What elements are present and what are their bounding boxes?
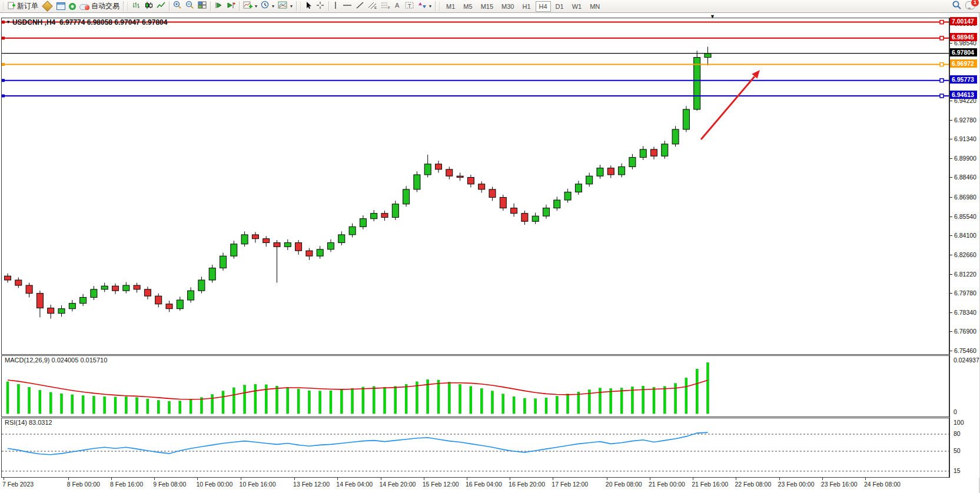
periods-icon xyxy=(261,1,270,12)
timeframe-mn[interactable]: MN xyxy=(586,1,603,12)
text-label-button[interactable]: T xyxy=(403,1,416,12)
toolbar-grip[interactable] xyxy=(2,2,5,11)
zoom-in-button[interactable] xyxy=(171,1,184,12)
notifications-button[interactable]: 1 xyxy=(965,1,975,12)
timeframe-m5[interactable]: M5 xyxy=(460,1,476,12)
toolbar-grip[interactable] xyxy=(438,2,441,11)
chart-shift-marker-icon[interactable]: ▼ xyxy=(710,14,715,19)
new-order-icon xyxy=(8,1,15,12)
current-price-label: 6.97804 xyxy=(950,48,977,56)
fibonacci-icon: F xyxy=(381,1,390,12)
price-tick xyxy=(950,197,952,198)
price-chart-panel[interactable] xyxy=(1,18,949,355)
data-window-button[interactable] xyxy=(55,1,67,12)
toolbar-separator xyxy=(210,1,211,11)
chart-shift-button[interactable] xyxy=(225,1,237,12)
crosshair-button[interactable] xyxy=(314,1,327,12)
search-icon[interactable] xyxy=(952,0,962,12)
cursor-button[interactable] xyxy=(303,1,314,12)
time-tick xyxy=(736,478,736,480)
line-chart-icon xyxy=(157,1,165,12)
timeframe-d1[interactable]: D1 xyxy=(552,1,567,12)
vertical-line-button[interactable] xyxy=(331,1,341,12)
bar-chart-button[interactable] xyxy=(130,1,142,12)
auto-trading-button[interactable]: 自动交易 xyxy=(78,1,121,12)
timeframe-m30[interactable]: M30 xyxy=(498,1,517,12)
time-tick xyxy=(111,478,112,480)
candle-chart-button[interactable] xyxy=(142,1,155,12)
price-tick xyxy=(950,139,952,139)
chevron-down-icon: ▾ xyxy=(255,4,257,9)
fibonacci-button[interactable]: F xyxy=(379,1,392,12)
zoom-out-button[interactable] xyxy=(184,1,196,12)
tile-windows-button[interactable] xyxy=(196,1,208,12)
horizontal-line-button[interactable] xyxy=(341,1,354,12)
market-watch-button[interactable] xyxy=(40,1,55,12)
rsi-panel[interactable] xyxy=(1,418,949,478)
timeframe-h1[interactable]: H1 xyxy=(519,1,534,12)
chevron-down-icon: ▾ xyxy=(272,4,274,9)
chart-shift-icon xyxy=(227,1,235,12)
time-tick-label: 10 Feb 16:00 xyxy=(240,481,276,488)
time-tick-label: 9 Feb 08:00 xyxy=(153,481,186,488)
time-tick-label: 8 Feb 16:00 xyxy=(110,481,143,488)
arrows-button[interactable]: ▾ xyxy=(416,1,433,12)
price-line-label[interactable]: 7.00147 xyxy=(950,17,977,25)
toolbar-grip[interactable] xyxy=(127,2,129,11)
trendline-button[interactable] xyxy=(354,1,366,12)
line-chart-button[interactable] xyxy=(155,1,167,12)
time-tick xyxy=(4,478,4,480)
time-tick xyxy=(865,478,866,480)
toolbar-separator xyxy=(239,1,240,11)
price-tick-label: 6.85540 xyxy=(954,213,976,220)
macd-label: MACD(12,26,9) 0.024005 0.015710 xyxy=(5,357,107,364)
price-line-label[interactable]: 6.96972 xyxy=(950,59,977,68)
timeframe-w1[interactable]: W1 xyxy=(569,1,586,12)
time-tick-label: 14 Feb 04:00 xyxy=(336,481,373,488)
time-tick xyxy=(337,478,338,480)
time-tick-label: 13 Feb 12:00 xyxy=(293,481,330,488)
text-label-icon: T xyxy=(405,1,414,12)
timeframe-h4[interactable]: H4 xyxy=(536,1,551,12)
time-tick xyxy=(424,478,424,480)
time-tick-label: 17 Feb 12:00 xyxy=(552,481,588,488)
data-window-icon xyxy=(57,2,65,10)
time-tick-label: 22 Feb 08:00 xyxy=(735,481,771,488)
time-tick-label: 21 Feb 00:00 xyxy=(649,481,685,488)
strategy-signal-button[interactable] xyxy=(67,1,78,12)
timeframe-m1[interactable]: M1 xyxy=(443,1,459,12)
price-tick xyxy=(950,43,952,44)
timeframe-m15[interactable]: M15 xyxy=(477,1,497,12)
time-tick xyxy=(467,478,467,480)
macd-panel[interactable] xyxy=(1,355,949,417)
rsi-chart xyxy=(2,418,949,477)
chart-symbol-period: USDCNH ,H4 xyxy=(12,18,55,26)
price-line-label[interactable]: 6.98945 xyxy=(950,33,977,41)
time-tick xyxy=(197,478,198,480)
time-tick-label: 23 Feb 00:00 xyxy=(778,481,815,488)
tile-windows-icon xyxy=(198,1,207,12)
indicators-button[interactable]: ▾ xyxy=(241,1,259,12)
auto-scroll-button[interactable] xyxy=(212,1,225,12)
rsi-axis-label: 15 xyxy=(954,467,961,474)
price-tick-label: 6.91340 xyxy=(954,135,976,142)
time-tick xyxy=(822,478,823,480)
price-tick xyxy=(950,293,952,294)
templates-button[interactable]: ▾ xyxy=(276,1,294,12)
new-order-button[interactable]: 新订单 xyxy=(6,1,40,12)
price-tick xyxy=(950,312,952,313)
equidistant-channel-button[interactable]: E xyxy=(366,1,379,12)
notification-badge: 1 xyxy=(971,0,979,7)
bar-chart-icon xyxy=(132,1,141,12)
cursor-icon xyxy=(305,1,313,12)
price-line-label[interactable]: 6.94613 xyxy=(950,91,977,99)
rsi-axis-label: 100 xyxy=(954,419,964,426)
trendline-icon xyxy=(356,1,364,12)
toolbar-grip[interactable] xyxy=(300,2,302,11)
top-toolbar: 新订单 自动交易 xyxy=(0,0,980,13)
price-line-label[interactable]: 6.95773 xyxy=(950,75,977,84)
periods-button[interactable]: ▾ xyxy=(259,1,276,12)
rsi-axis-label: 80 xyxy=(954,430,961,437)
text-button[interactable]: A xyxy=(392,1,403,12)
time-tick-label: 14 Feb 20:00 xyxy=(380,481,416,488)
